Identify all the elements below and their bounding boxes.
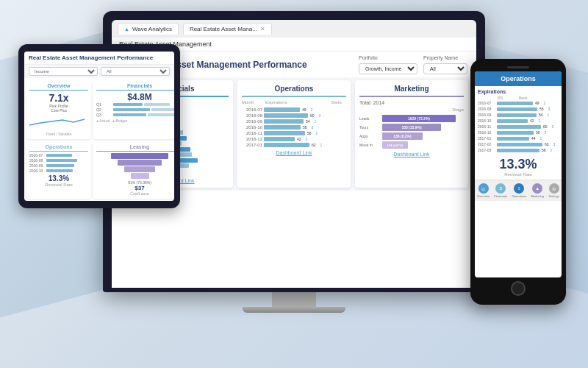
property-filter-group: Property Name All — [423, 55, 467, 74]
operations-col-headers: Month Expirations Beds — [242, 100, 346, 105]
funnel-label-1: Leads — [359, 116, 380, 121]
p-month-4: 2016-10 — [478, 118, 495, 123]
overview-chart — [29, 114, 88, 129]
col-exp: Expirations — [265, 100, 329, 105]
ops-row-6: 2016-12 42 3 — [242, 137, 346, 141]
p-month-1: 2016-07 — [478, 101, 495, 105]
exp-value: 56 — [307, 131, 312, 135]
nav-overview-label: Overview — [477, 194, 490, 198]
funnel-value-1: 1628 (73.3%) — [408, 116, 430, 121]
t-bar — [46, 159, 77, 162]
tab-realestate-label: Real Estate Asset Mana... — [190, 26, 257, 32]
ops-bar — [264, 113, 308, 118]
tab-close-icon[interactable]: ✕ — [260, 26, 265, 32]
tablet-overview-number: 7.1x — [29, 92, 88, 104]
nav-operations-label: Operations — [512, 194, 527, 198]
property-label: Property Name — [423, 55, 467, 60]
p-beds-3: 1 — [548, 113, 550, 117]
nav-marketing-label: Marketing — [531, 194, 544, 198]
actual-legend: ● Actual — [96, 118, 110, 123]
browser-bar: ▲ Wave Analytics Real Estate Asset Mana.… — [112, 20, 476, 38]
p-month-6: 2016-12 — [478, 130, 495, 135]
property-select[interactable]: All — [423, 63, 467, 74]
leasing-funnel-bar-4 — [131, 173, 149, 179]
phone-nav-operations[interactable]: ≡ Operations — [512, 183, 527, 198]
beds-value: 1 — [320, 143, 323, 147]
funnel-label-2: Tours — [359, 125, 380, 130]
portfolio-label: Portfolio — [359, 55, 417, 60]
ops-bar — [264, 131, 305, 135]
t-bar-label: 2016-08 — [29, 158, 46, 163]
p-row-3: 2016-09 54 1 — [478, 113, 559, 117]
phone-nav-settings[interactable]: ⚙ Settings — [548, 183, 559, 198]
p-beds-8: 3 — [553, 142, 556, 146]
p-month-9: 2017-03 — [478, 148, 495, 152]
t-bar — [113, 103, 143, 106]
phone-col-beds-header: Beds — [519, 96, 527, 100]
tablet: Real Estate Asset Management Performance… — [18, 44, 180, 208]
p-row-8: 2017-02 62 3 — [478, 142, 559, 146]
phone-section-expirations: Expirations — [478, 89, 559, 94]
phone-nav-marketing[interactable]: ▲ Marketing — [531, 183, 544, 198]
p-bar-8 — [497, 143, 542, 146]
p-beds-7: 1 — [540, 136, 542, 141]
operations-dashboard-link[interactable]: Dashboard Link — [242, 150, 346, 155]
beds-value: 2 — [316, 131, 318, 135]
p-beds-6: 2 — [545, 130, 547, 135]
operations-bar-chart: 2016-07 49 2 2016-08 60 3 2016-09 — [242, 107, 346, 147]
p-row-6: 2016-12 50 2 — [478, 130, 559, 135]
p-month-3: 2016-09 — [478, 113, 495, 117]
ops-row-2: 2016-08 60 3 — [242, 113, 346, 118]
tablet-overview-header: Overview — [29, 83, 88, 91]
tablet-operations-bars: 2016-07 2016-08 2016-09 2016-10 — [29, 153, 88, 173]
tablet-filter-1[interactable]: Income — [29, 67, 98, 76]
funnel-value-2: 335 (15.9%) — [401, 125, 421, 130]
t-bar-budget — [151, 108, 174, 111]
ops-row-4: 2016-10 50 3 — [242, 125, 346, 130]
funnel-bar-1: 1628 (73.3%) — [382, 115, 456, 122]
phone-home-button[interactable] — [511, 281, 526, 296]
t-bar-label: 2016-10 — [29, 169, 46, 173]
ops-bar — [264, 107, 300, 112]
ops-row-7: 2017-01 62 1 — [242, 143, 346, 147]
nav-financials-label: Financials — [494, 194, 507, 198]
col-month: Month — [242, 100, 262, 105]
p-row-1: 2016-07 49 2 — [478, 101, 559, 105]
p-row-5: 2016-11 60 3 — [478, 124, 559, 129]
t-bar-row-2: Q2 — [96, 107, 174, 112]
phone-content: Expirations 300 Beds 2016-07 49 2 2016-0… — [475, 86, 562, 180]
tablet-filter-2[interactable]: All — [101, 67, 170, 76]
ops-row-3: 2016-09 54 1 — [242, 119, 346, 124]
portfolio-select[interactable]: Growth, Income — [359, 63, 417, 74]
phone-nav-overview[interactable]: ◎ Overview — [477, 183, 490, 198]
p-month-7: 2017-01 — [478, 136, 495, 141]
t-bar — [46, 164, 74, 167]
month-label: 2016-12 — [242, 137, 262, 141]
rate-types: Fixed / Variable — [29, 132, 88, 136]
p-num-8: 62 — [545, 142, 549, 146]
beds-value: 1 — [315, 119, 317, 124]
p-beds-5: 3 — [552, 124, 554, 129]
t-bar-label: Q1 — [96, 102, 112, 107]
tab-wave-label: Wave Analytics — [132, 26, 172, 32]
p-month-8: 2017-02 — [478, 142, 495, 146]
tablet-leasing-panel: Leasing 91% (73.36%) $37 Cost/Lease — [93, 141, 174, 199]
p-beds-9: 2 — [551, 148, 553, 152]
t-bar — [46, 154, 72, 157]
t-ops-row-4: 2016-10 — [29, 169, 88, 173]
marketing-dashboard-link[interactable]: Dashboard Link — [359, 152, 464, 157]
browser-tab-realestate[interactable]: Real Estate Asset Mana... ✕ — [183, 23, 272, 35]
tablet-overview-panel: Overview 7.1x Risk Profile Core Plus Fix… — [26, 80, 91, 139]
exp-value: 49 — [302, 107, 306, 112]
funnel-row-4: Move In 104 (4.67%) — [359, 141, 464, 149]
month-label: 2016-11 — [242, 131, 262, 135]
browser-tab-wave[interactable]: ▲ Wave Analytics — [118, 23, 179, 35]
stage-text: Stage — [452, 107, 464, 112]
tablet-leasing-funnel — [96, 153, 174, 179]
funnel-bar-3: 138 (6.2%) — [382, 132, 423, 140]
tablet-filter-row: Income All — [24, 65, 174, 78]
phone-nav-financials[interactable]: $ Financials — [494, 183, 507, 198]
month-label: 2016-08 — [242, 113, 262, 118]
tablet-operations-panel: Operations 2016-07 2016-08 2016-09 — [26, 141, 91, 199]
t-bar — [113, 108, 150, 111]
